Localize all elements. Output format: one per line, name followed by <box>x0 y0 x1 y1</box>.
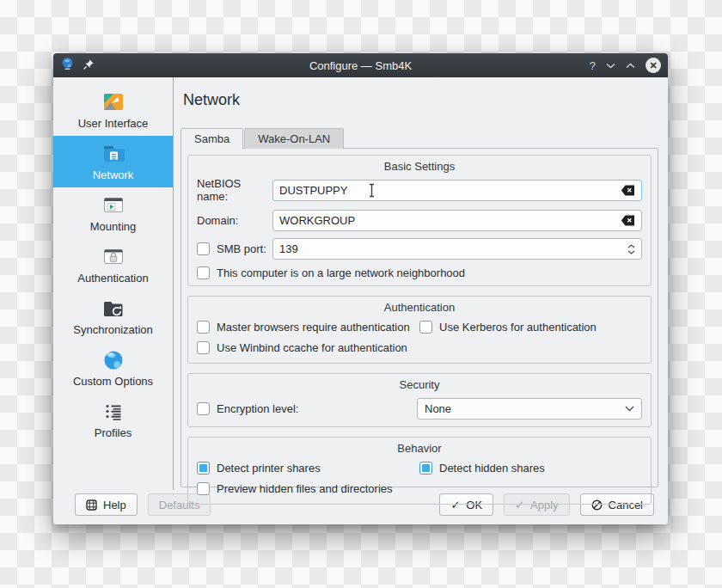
sidebar-item-user-interface[interactable]: User Interface <box>53 84 173 136</box>
preview-hidden-checkbox-row[interactable]: Preview hidden files and directories <box>197 482 419 495</box>
close-icon[interactable]: ✕ <box>646 58 661 73</box>
master-browsers-label: Master browsers require authentication <box>217 321 410 334</box>
domain-label: Domain: <box>197 214 272 227</box>
pin-icon[interactable] <box>83 58 95 73</box>
tab-samba[interactable]: Samba <box>180 128 243 149</box>
sidebar-item-label: Custom Options <box>73 375 153 388</box>
clear-input-icon[interactable] <box>621 185 635 196</box>
help-icon <box>86 499 97 511</box>
netbios-name-label: NetBIOS name: <box>197 177 272 203</box>
window-title: Configure — Smb4K <box>53 59 668 72</box>
smb-port-spinbox[interactable]: 139 <box>272 238 642 260</box>
settings-sidebar: User Interface Network <box>53 77 174 490</box>
large-network-checkbox[interactable] <box>197 266 210 279</box>
configure-dialog: Configure — Smb4K ? ✕ <box>53 53 668 524</box>
detect-printer-shares-label: Detect printer shares <box>217 462 321 475</box>
sidebar-item-label: Mounting <box>90 220 136 233</box>
netbios-name-input[interactable]: DUSTPUPPY <box>272 180 642 201</box>
detect-hidden-shares-label: Detect hidden shares <box>439 462 545 475</box>
clear-input-icon[interactable] <box>621 215 635 226</box>
large-network-checkbox-row[interactable]: This computer is on a large network neig… <box>197 266 465 279</box>
encryption-label: Encryption level: <box>217 402 298 415</box>
sidebar-item-synchronization[interactable]: Synchronization <box>53 291 173 342</box>
sidebar-item-mounting[interactable]: Mounting <box>53 187 173 239</box>
help-button-label: Help <box>103 499 126 511</box>
encryption-checkbox[interactable] <box>197 402 210 415</box>
sidebar-item-label: User Interface <box>78 117 149 130</box>
winbind-checkbox[interactable] <box>197 341 210 354</box>
kerberos-label: Use Kerberos for authentication <box>439 321 597 334</box>
maximize-icon[interactable] <box>626 63 635 69</box>
sidebar-item-label: Profiles <box>95 426 132 439</box>
group-title: Behavior <box>188 442 651 455</box>
detect-hidden-shares-checkbox-row[interactable]: Detect hidden shares <box>419 462 642 475</box>
sidebar-item-label: Synchronization <box>73 323 153 336</box>
sidebar-item-label: Authentication <box>77 272 148 285</box>
sidebar-item-network[interactable]: Network <box>53 136 173 187</box>
encryption-checkbox-row[interactable]: Encryption level: <box>197 402 417 415</box>
spin-down-icon <box>627 250 635 254</box>
page-title: Network <box>183 91 658 109</box>
window-help-button[interactable]: ? <box>590 60 596 71</box>
smb-port-checkbox[interactable] <box>197 242 210 255</box>
basic-settings-group: Basic Settings NetBIOS name: DUSTPUPPY <box>187 155 652 286</box>
master-browsers-checkbox[interactable] <box>197 321 210 334</box>
kerberos-checkbox-row[interactable]: Use Kerberos for authentication <box>419 321 642 334</box>
titlebar: Configure — Smb4K ? ✕ <box>53 53 668 77</box>
sidebar-item-profiles[interactable]: Profiles <box>53 394 173 445</box>
samba-tab-panel: Basic Settings NetBIOS name: DUSTPUPPY <box>180 148 658 487</box>
kerberos-checkbox[interactable] <box>419 321 432 334</box>
authentication-group: Authentication Master browsers require a… <box>187 296 652 364</box>
mounting-icon <box>101 193 126 218</box>
text-cursor-icon <box>368 183 376 198</box>
detect-printer-shares-checkbox-row[interactable]: Detect printer shares <box>197 462 419 475</box>
sidebar-item-authentication[interactable]: Authentication <box>53 239 173 291</box>
chevron-down-icon <box>625 406 634 412</box>
detect-printer-shares-checkbox[interactable] <box>197 462 210 475</box>
group-title: Basic Settings <box>188 160 651 173</box>
smb-port-label: SMB port: <box>217 242 272 255</box>
large-network-label: This computer is on a large network neig… <box>217 266 465 279</box>
tab-wake-on-lan[interactable]: Wake-On-LAN <box>244 128 344 149</box>
winbind-checkbox-row[interactable]: Use Winbind ccache for authentication <box>197 341 419 354</box>
tab-bar: Samba Wake-On-LAN <box>180 127 658 148</box>
minimize-icon[interactable] <box>606 63 615 69</box>
winbind-label: Use Winbind ccache for authentication <box>217 341 407 354</box>
sidebar-item-label: Network <box>93 168 134 181</box>
help-button[interactable]: Help <box>75 493 138 516</box>
sidebar-item-custom-options[interactable]: Custom Options <box>53 342 173 394</box>
authentication-icon <box>101 244 126 270</box>
preview-hidden-label: Preview hidden files and directories <box>217 482 393 495</box>
smb-port-value: 139 <box>279 242 298 255</box>
security-group: Security Encryption level: None <box>187 373 652 427</box>
master-browsers-checkbox-row[interactable]: Master browsers require authentication <box>197 321 419 334</box>
encryption-value: None <box>425 402 451 415</box>
netbios-name-value: DUSTPUPPY <box>279 184 347 197</box>
preview-hidden-checkbox[interactable] <box>197 482 210 495</box>
group-title: Authentication <box>188 301 651 314</box>
group-title: Security <box>188 378 651 391</box>
spin-up-icon <box>627 244 635 248</box>
domain-value: WORKGROUP <box>279 214 355 227</box>
network-icon <box>101 141 126 167</box>
domain-input[interactable]: WORKGROUP <box>272 210 642 231</box>
behavior-group: Behavior Detect printer shares Detect hi… <box>187 437 652 505</box>
profiles-icon <box>101 399 126 425</box>
encryption-level-dropdown[interactable]: None <box>417 398 642 420</box>
spinner-arrows[interactable] <box>627 244 635 254</box>
detect-hidden-shares-checkbox[interactable] <box>419 462 432 475</box>
smb4k-app-icon <box>60 57 75 75</box>
synchronization-icon <box>101 296 126 322</box>
user-interface-icon <box>101 89 126 115</box>
custom-options-icon <box>101 347 126 373</box>
